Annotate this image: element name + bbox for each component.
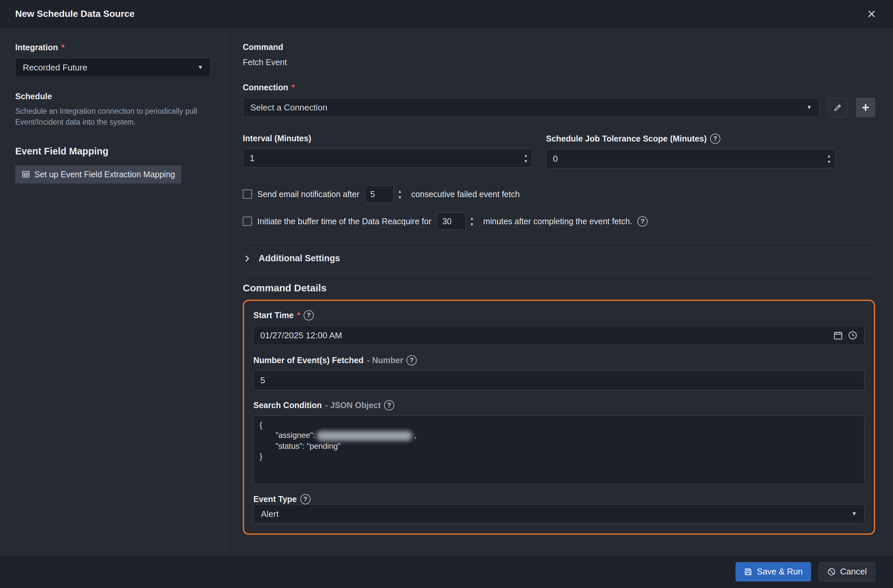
interval-column: Interval (Minutes) ▲ ▼ <box>243 134 532 168</box>
interval-input[interactable] <box>243 149 520 167</box>
add-connection-button[interactable]: + <box>856 98 875 117</box>
spinner-down-icon[interactable]: ▼ <box>470 222 474 227</box>
edit-connection-button[interactable] <box>828 98 847 117</box>
required-asterisk: * <box>297 310 300 320</box>
modal-header: New Schedule Data Source × <box>0 0 893 28</box>
command-details-title: Command Details <box>243 283 875 294</box>
help-icon[interactable]: ? <box>304 310 314 320</box>
save-icon <box>744 567 752 576</box>
email-count-wrap: ▲ ▼ <box>365 185 406 203</box>
save-and-run-button[interactable]: Save & Run <box>735 562 811 581</box>
search-condition-label: Search Condition - JSON Object ? <box>253 400 864 411</box>
calendar-icon[interactable] <box>833 330 843 340</box>
start-time-input-wrap <box>253 325 864 345</box>
setup-mapping-button[interactable]: Set up Event Field Extraction Mapping <box>15 165 181 183</box>
events-fetched-label: Number of Event(s) Fetched - Number ? <box>253 355 864 365</box>
command-value: Fetch Event <box>243 57 875 67</box>
tolerance-input[interactable] <box>546 149 823 168</box>
json-assignee-comma: , <box>414 430 417 439</box>
integration-selected-value: Recorded Future <box>23 63 87 73</box>
setup-mapping-button-label: Set up Event Field Extraction Mapping <box>35 170 175 179</box>
events-fetched-label-text: Number of Event(s) Fetched <box>253 355 364 365</box>
interval-tolerance-row: Interval (Minutes) ▲ ▼ Schedule Job Tole… <box>243 134 836 168</box>
cancel-button[interactable]: Cancel <box>819 562 875 581</box>
event-type-group: Event Type ? Alert ▼ <box>253 494 864 523</box>
spinner-down-icon[interactable]: ▼ <box>398 195 402 199</box>
pencil-icon <box>833 103 842 112</box>
spinner-up-icon[interactable]: ▲ <box>470 216 474 221</box>
event-type-label-text: Event Type <box>253 495 297 504</box>
help-icon[interactable]: ? <box>710 134 720 144</box>
help-icon[interactable]: ? <box>637 216 648 227</box>
interval-stepper[interactable]: ▲ ▼ <box>520 149 532 167</box>
email-count-input[interactable] <box>365 186 394 202</box>
email-count-box <box>365 185 394 203</box>
spinner-up-icon[interactable]: ▲ <box>398 189 402 194</box>
email-count-stepper[interactable]: ▲ ▼ <box>394 189 406 199</box>
buffer-time-text: Initiate the buffer time of the Data Rea… <box>257 217 431 226</box>
email-notification-suffix: consecutive failed event fetch <box>411 189 520 199</box>
clock-icon[interactable] <box>848 330 858 340</box>
events-fetched-input-wrap <box>253 370 864 390</box>
spinner-down-icon[interactable]: ▼ <box>523 159 528 163</box>
tolerance-label: Schedule Job Tolerance Scope (Minutes) ? <box>546 134 836 144</box>
connection-label: Connection * <box>243 82 875 93</box>
chevron-down-icon: ▼ <box>806 104 812 111</box>
start-time-label: Start Time * ? <box>253 310 864 320</box>
chevron-right-icon <box>243 254 251 263</box>
spinner-down-icon[interactable]: ▼ <box>827 160 831 164</box>
new-schedule-data-source-modal: New Schedule Data Source × Integration *… <box>0 0 893 588</box>
search-condition-editor[interactable]: { "assignee":, "status": "pending" } <box>253 415 864 484</box>
email-notification-row: Send email notification after ▲ ▼ consec… <box>243 185 875 203</box>
search-condition-group: Search Condition - JSON Object ? { "assi… <box>253 400 864 484</box>
connection-row: Select a Connection ▼ + <box>243 98 875 117</box>
help-icon[interactable]: ? <box>406 355 417 365</box>
search-condition-type: - JSON Object <box>325 400 381 410</box>
schedule-title: Schedule <box>15 92 211 101</box>
event-type-label: Event Type ? <box>253 494 864 504</box>
modal-body: Integration * Recorded Future ▼ Schedule… <box>0 28 893 555</box>
tolerance-label-text: Schedule Job Tolerance Scope (Minutes) <box>546 134 707 143</box>
event-field-mapping-title: Event Field Mapping <box>15 146 211 157</box>
additional-settings-label: Additional Settings <box>259 253 340 263</box>
command-details-highlight-box: Start Time * ? <box>243 299 875 535</box>
integration-label-text: Integration <box>15 43 58 52</box>
json-line-open: { <box>260 420 858 430</box>
required-asterisk: * <box>61 42 65 53</box>
connection-select[interactable]: Select a Connection ▼ <box>243 98 819 117</box>
tolerance-input-wrap: ▲ ▼ <box>546 149 836 168</box>
buffer-count-box <box>437 213 466 230</box>
interval-input-wrap: ▲ ▼ <box>243 149 532 168</box>
json-assignee-key: "assignee": <box>275 430 315 439</box>
redacted-value <box>317 431 412 441</box>
connection-label-text: Connection <box>243 83 289 92</box>
integration-select[interactable]: Recorded Future ▼ <box>15 58 211 77</box>
left-panel: Integration * Recorded Future ▼ Schedule… <box>0 28 226 555</box>
interval-label: Interval (Minutes) <box>243 134 532 143</box>
plus-icon: + <box>862 101 869 115</box>
tolerance-column: Schedule Job Tolerance Scope (Minutes) ?… <box>546 134 836 168</box>
json-line-assignee: "assignee":, <box>275 430 858 441</box>
spinner-up-icon[interactable]: ▲ <box>827 154 831 158</box>
buffer-time-checkbox[interactable] <box>243 217 252 226</box>
events-fetched-type: - Number <box>367 355 403 365</box>
save-and-run-label: Save & Run <box>757 567 803 577</box>
help-icon[interactable]: ? <box>300 494 311 504</box>
integration-label: Integration * <box>15 42 211 53</box>
section-divider <box>243 243 875 244</box>
buffer-count-input[interactable] <box>437 213 465 230</box>
tolerance-stepper[interactable]: ▲ ▼ <box>823 149 835 168</box>
email-notification-checkbox[interactable] <box>243 189 252 199</box>
json-line-close: } <box>260 451 858 461</box>
start-time-group: Start Time * ? <box>253 310 864 345</box>
event-type-select[interactable]: Alert ▼ <box>253 504 864 523</box>
buffer-count-stepper[interactable]: ▲ ▼ <box>466 216 478 227</box>
start-time-input[interactable] <box>260 330 828 341</box>
help-icon[interactable]: ? <box>384 400 394 411</box>
events-fetched-input[interactable] <box>260 375 858 386</box>
connection-selected-value: Select a Connection <box>250 102 328 113</box>
additional-settings-toggle[interactable]: Additional Settings <box>243 253 875 263</box>
close-icon[interactable]: × <box>867 7 876 21</box>
spinner-up-icon[interactable]: ▲ <box>523 153 528 158</box>
buffer-count-wrap: ▲ ▼ <box>437 213 478 230</box>
